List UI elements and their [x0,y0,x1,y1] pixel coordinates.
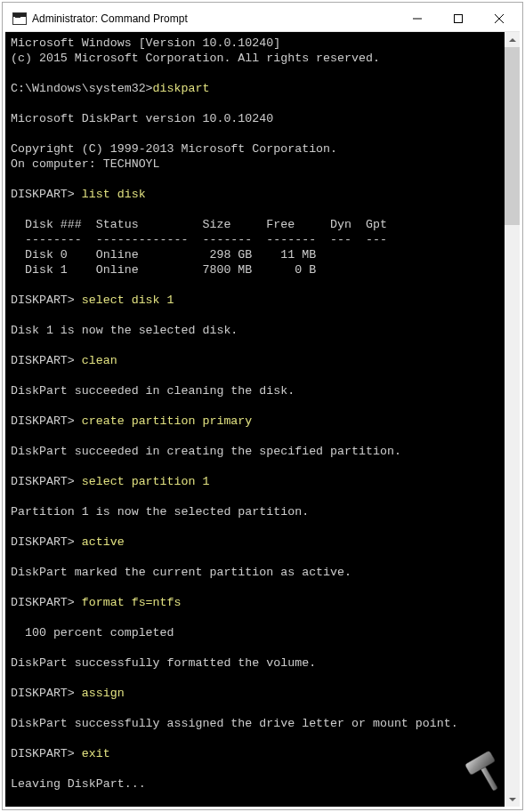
command: select disk 1 [82,293,174,307]
text: DiskPart succeeded in cleaning the disk. [11,384,295,398]
prompt: DISKPART> [11,414,82,428]
scroll-track[interactable] [505,47,520,792]
command: list disk [82,188,146,201]
maximize-button[interactable] [438,5,479,32]
table-header: Disk ### Status Size Free Dyn Gpt [11,218,387,231]
text: DiskPart marked the current partition as… [11,566,351,579]
table-row: Disk 0 Online 298 GB 11 MB [11,248,316,261]
text: DiskPart succeeded in creating the speci… [11,445,401,458]
prompt: DISKPART> [11,747,82,760]
table-row: Disk 1 Online 7800 MB 0 B [11,263,316,277]
command: select partition 1 [82,475,210,488]
minimize-button[interactable] [397,5,438,32]
text: Partition 1 is now the selected partitio… [11,505,309,519]
svg-line-2 [495,14,504,23]
text: Disk 1 is now the selected disk. [11,324,238,337]
prompt: DISKPART> [11,535,82,549]
text: DiskPart successfully assigned the drive… [11,717,458,730]
text: 100 percent completed [11,626,174,639]
svg-line-3 [495,14,504,23]
command: create partition primary [82,414,253,428]
svg-rect-1 [455,15,463,23]
command: active [82,535,125,549]
vertical-scrollbar[interactable] [505,32,520,807]
text: (c) 2015 Microsoft Corporation. All righ… [11,52,380,65]
prompt: DISKPART> [11,475,82,488]
cmd-icon [12,12,27,25]
command: assign [82,687,125,700]
command: exit [82,747,110,760]
scroll-thumb[interactable] [505,47,520,225]
prompt: DISKPART> [11,596,82,609]
scroll-up-button[interactable] [505,32,520,47]
text: Copyright (C) 1999-2013 Microsoft Corpor… [11,142,337,156]
titlebar[interactable]: Administrator: Command Prompt [5,5,520,32]
text: Microsoft DiskPart version 10.0.10240 [11,112,273,125]
window-controls [397,5,520,31]
text: Microsoft Windows [Version 10.0.10240] [11,36,280,50]
prompt: DISKPART> [11,687,82,700]
command: format fs=ntfs [82,596,182,609]
console-output[interactable]: Microsoft Windows [Version 10.0.10240] (… [5,32,505,807]
command: diskpart [153,82,210,95]
prompt: DISKPART> [11,354,82,367]
prompt: C:\Windows\system32> [11,82,153,95]
window-frame: Administrator: Command Prompt Microsoft … [3,3,522,809]
prompt: DISKPART> [11,293,82,307]
svg-marker-4 [509,38,516,42]
text: DiskPart successfully formatted the volu… [11,656,316,670]
command: clean [82,354,117,367]
scroll-down-button[interactable] [505,792,520,807]
prompt: DISKPART> [11,188,82,201]
close-button[interactable] [479,5,520,32]
text: Leaving DiskPart... [11,777,146,791]
console-area: Microsoft Windows [Version 10.0.10240] (… [5,32,520,807]
svg-marker-5 [509,798,516,801]
table-sep: -------- ------------- ------- ------- -… [11,233,387,246]
window-title: Administrator: Command Prompt [32,12,397,25]
text: On computer: TECHNOYL [11,157,160,171]
